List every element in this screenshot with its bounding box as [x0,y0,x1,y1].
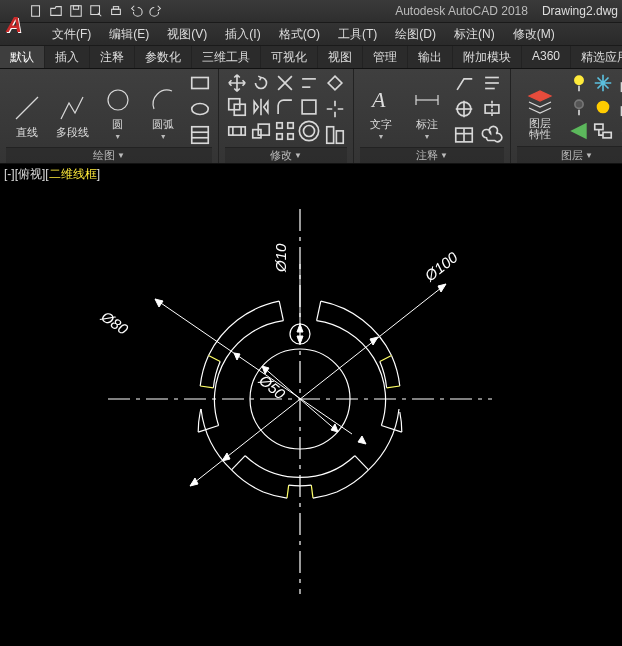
ribbon-tabs: 默认 插入 注释 参数化 三维工具 可视化 视图 管理 输出 附加模块 A360… [0,46,622,69]
hatch-button[interactable] [188,123,212,147]
menu-draw[interactable]: 绘图(D) [389,24,442,45]
tab-annotate[interactable]: 注释 [90,46,135,68]
extend-button[interactable] [297,71,321,95]
tab-featured[interactable]: 精选应用 [571,46,622,68]
undo-icon[interactable] [128,3,144,19]
svg-point-7 [108,90,128,110]
svg-marker-84 [297,324,303,332]
layer-off-button[interactable] [567,95,591,119]
redo-icon[interactable] [148,3,164,19]
dim-button[interactable]: 标注▼ [406,71,448,143]
svg-rect-1 [71,6,82,17]
dim-80: Ø80 [97,307,131,338]
svg-point-26 [299,121,318,140]
svg-marker-75 [222,453,230,461]
dim-50: Ø50 [255,371,289,403]
drawing-canvas[interactable]: Ø100 Ø80 Ø50 Ø10 [0,164,622,646]
new-icon[interactable] [28,3,44,19]
svg-rect-2 [73,6,78,10]
stretch-button[interactable] [225,119,249,143]
print-icon[interactable] [108,3,124,19]
svg-rect-22 [288,123,294,129]
svg-line-63 [380,356,392,362]
svg-marker-82 [331,424,338,432]
circle-button[interactable]: 圆▼ [97,71,139,143]
mirror-button[interactable] [249,95,273,119]
layers-icon [525,86,555,116]
menu-tools[interactable]: 工具(T) [332,24,383,45]
panel-layer-label[interactable]: 图层▼ [517,146,622,163]
explode-button[interactable] [323,97,347,121]
svg-rect-24 [288,134,294,140]
rotate-button[interactable] [249,71,273,95]
svg-marker-79 [358,436,366,444]
open-icon[interactable] [48,3,64,19]
fillet-button[interactable] [273,95,297,119]
menubar: 文件(F) 编辑(E) 视图(V) 插入(I) 格式(O) 工具(T) 绘图(D… [0,23,622,46]
tab-a360[interactable]: A360 [522,46,571,68]
saveas-icon[interactable] [88,3,104,19]
save-icon[interactable] [68,3,84,19]
tab-addins[interactable]: 附加模块 [453,46,522,68]
menu-view[interactable]: 视图(V) [161,24,213,45]
move-button[interactable] [225,71,249,95]
panel-annotate-label[interactable]: 注释▼ [360,147,504,163]
menu-edit[interactable]: 编辑(E) [103,24,155,45]
erase-button[interactable] [323,71,347,95]
align-button[interactable] [323,123,347,147]
layer-freeze-button[interactable] [591,71,615,95]
offset-button[interactable] [297,119,321,143]
leader-button[interactable] [452,71,476,95]
tab-default[interactable]: 默认 [0,46,45,68]
layer-match-button[interactable] [591,119,615,143]
menu-format[interactable]: 格式(O) [273,24,326,45]
scale-button[interactable] [249,119,273,143]
menu-dim[interactable]: 标注(N) [448,24,501,45]
tab-visualize[interactable]: 可视化 [261,46,318,68]
layer-on-button[interactable] [567,71,591,95]
panel-modify: 修改▼ [219,69,354,163]
polyline-button[interactable]: 多段线 [52,71,94,143]
layer-thaw-button[interactable] [591,95,615,119]
array-button[interactable] [273,119,297,143]
panel-draw-label[interactable]: 绘图▼ [6,147,212,163]
tab-manage[interactable]: 管理 [363,46,408,68]
svg-rect-5 [113,7,118,10]
svg-rect-27 [327,127,334,144]
svg-line-70 [200,409,201,412]
layer-make-button[interactable] [567,119,591,143]
revcloud-button[interactable] [480,123,504,147]
layer-unlock-button[interactable] [615,95,622,119]
centerline-button[interactable] [480,97,504,121]
mtext-button[interactable] [480,71,504,95]
table-button[interactable] [452,123,476,147]
ellipse-button[interactable] [188,97,212,121]
menu-modify[interactable]: 修改(M) [507,24,561,45]
layer-lock-button[interactable] [615,71,622,95]
tab-parametric[interactable]: 参数化 [135,46,192,68]
menu-file[interactable]: 文件(F) [46,24,97,45]
line-button[interactable]: 直线 [6,71,48,143]
viewport[interactable]: [-][俯视][二维线框] [0,164,622,646]
panel-modify-label[interactable]: 修改▼ [225,147,347,163]
app-logo[interactable]: A [6,12,22,38]
arc-button[interactable]: 圆弧▼ [143,71,185,143]
menu-insert[interactable]: 插入(I) [219,24,266,45]
copy-button[interactable] [225,95,249,119]
tab-view[interactable]: 视图 [318,46,363,68]
svg-point-47 [575,100,583,108]
tab-insert[interactable]: 插入 [45,46,90,68]
svg-point-25 [304,126,315,137]
text-button[interactable]: A 文字▼ [360,71,402,143]
tab-3dtools[interactable]: 三维工具 [192,46,261,68]
layer-prev-button[interactable] [615,119,622,143]
tab-output[interactable]: 输出 [408,46,453,68]
trim-button[interactable] [273,71,297,95]
layerprops-button[interactable]: 图层 特性 [517,71,563,143]
chamfer-button[interactable] [297,95,321,119]
svg-rect-10 [192,127,209,144]
centermark-button[interactable] [452,97,476,121]
rect-button[interactable] [188,71,212,95]
svg-rect-18 [229,127,246,135]
svg-rect-0 [32,6,40,17]
